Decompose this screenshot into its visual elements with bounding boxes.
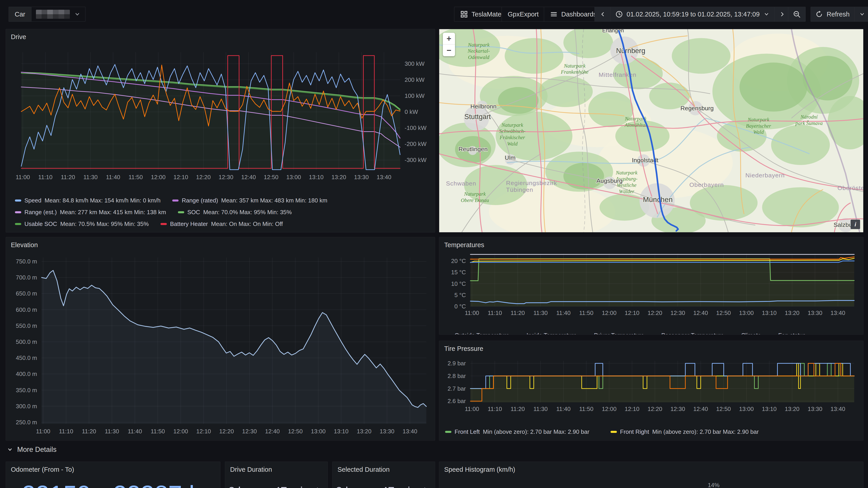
legend-item[interactable]: Range (est.)Mean: 277 km Max: 415 km Min… — [15, 207, 166, 217]
map-city-label: Erlangen — [602, 29, 624, 33]
svg-text:12:20: 12:20 — [648, 405, 662, 412]
map-region-label: Oberbayern — [689, 182, 724, 188]
svg-text:11:00: 11:00 — [36, 428, 50, 435]
legend-label: Front Right — [620, 428, 649, 435]
car-variable-value[interactable] — [31, 7, 86, 22]
legend-item[interactable]: Range (rated)Mean: 357 km Max: 483 km Mi… — [172, 196, 327, 205]
odometer-panel: Odometer (From - To) 22159 - 22387 km — [6, 462, 220, 488]
route-map[interactable]: NaturparkNeckartal-OdenwaldNaturparkFran… — [439, 29, 863, 232]
map-zoom-out-button[interactable]: − — [443, 44, 455, 56]
svg-text:300.0 m: 300.0 m — [16, 403, 37, 410]
map-attribution-info-button[interactable]: i — [850, 220, 860, 229]
time-range-picker[interactable]: 01.02.2025, 10:59:19 to 01.02.2025, 13:4… — [611, 7, 774, 22]
legend-item[interactable]: Rear LeftMin (above zero): 2.70 bar Max:… — [445, 439, 599, 441]
legend-label: SOC — [187, 209, 200, 216]
map-park-label: Bayerischer — [746, 123, 771, 129]
map-park-label: Národní — [800, 114, 818, 120]
svg-text:13:30: 13:30 — [380, 428, 395, 435]
elevation-chart[interactable]: 11:0011:1011:2011:3011:4011:5012:0012:10… — [10, 252, 430, 436]
legend-swatch — [15, 199, 21, 201]
refresh-button[interactable]: Refresh — [811, 7, 855, 22]
legend-item[interactable]: Usable SOCMean: 70.5% Max: 95% Min: 35% — [15, 219, 149, 229]
tire-pressure-chart[interactable]: 11:0011:1011:2011:3011:4011:5012:0012:10… — [444, 354, 859, 414]
svg-text:0 kW: 0 kW — [405, 108, 418, 115]
temperatures-chart[interactable]: 11:0011:1011:2011:3011:4011:5012:0012:10… — [444, 250, 859, 318]
legend-item[interactable]: SOCMean: 70.0% Max: 95% Min: 35% — [178, 207, 292, 217]
map-zoom-controls: + − — [443, 33, 455, 56]
drive-duration-title: Drive Duration — [225, 462, 328, 473]
selected-duration-value: 2 hours, 47 minutes — [336, 484, 435, 488]
map-park-label: Naturpark — [501, 122, 524, 128]
svg-text:12:20: 12:20 — [648, 310, 662, 316]
selected-duration-title: Selected Duration — [333, 462, 435, 473]
drive-chart[interactable]: 11:0011:1011:2011:3011:4011:5012:0012:10… — [10, 43, 430, 183]
drive-duration-value: 2 hours, 47 minutes — [228, 484, 328, 488]
legend-swatch — [178, 211, 184, 213]
map-park-label: Wald — [753, 129, 764, 135]
legend-item[interactable]: Climate — [732, 330, 761, 335]
tire-pressure-legend: Front LeftMin (above zero): 2.70 bar Max… — [439, 427, 863, 441]
svg-text:2.8 bar: 2.8 bar — [447, 372, 466, 379]
elevation-panel: Elevation 11:0011:1011:2011:3011:4011:50… — [6, 237, 435, 441]
selected-duration-panel: Selected Duration 2 hours, 47 minutes — [332, 462, 435, 488]
svg-text:5 °C: 5 °C — [454, 292, 466, 298]
svg-text:13:10: 13:10 — [762, 310, 777, 316]
time-shift-back-button[interactable] — [595, 7, 611, 22]
map-zoom-in-button[interactable]: + — [443, 33, 455, 44]
svg-text:13:40: 13:40 — [831, 310, 845, 316]
svg-text:550.0 m: 550.0 m — [16, 322, 37, 329]
teslamate-button[interactable]: TeslaMate — [454, 7, 507, 22]
svg-text:12:40: 12:40 — [265, 428, 280, 435]
gpxexport-button[interactable]: GpxExport — [502, 7, 545, 22]
map-region-label: Niederbayern — [745, 172, 785, 179]
legend-label: Climate — [741, 332, 761, 335]
svg-text:13:30: 13:30 — [808, 405, 822, 412]
legend-item[interactable]: Front LeftMin (above zero): 2.70 bar Max… — [445, 427, 599, 436]
chevron-down-icon — [859, 11, 865, 18]
map-park-label: Wälder — [619, 189, 634, 194]
svg-text:12:00: 12:00 — [602, 310, 616, 316]
car-variable-select[interactable]: Car — [8, 7, 86, 22]
legend-item[interactable]: Front RightMin (above zero): 2.70 bar Ma… — [611, 427, 764, 436]
svg-text:11:50: 11:50 — [129, 174, 143, 181]
legend-item[interactable]: Fan status — [769, 330, 806, 335]
legend-item[interactable]: Rear RightMin (above zero): 2.60 bar Max… — [611, 439, 764, 441]
map-park-label: Fränkischer — [500, 135, 525, 140]
map-city-label: Heilbronn — [470, 103, 496, 110]
map-region-label: Schwaben — [446, 180, 476, 187]
speed-histogram-panel: Speed Histogram (km/h) 14% — [439, 462, 864, 488]
svg-text:11:10: 11:10 — [59, 428, 73, 435]
legend-item[interactable]: Outside Temperature — [445, 330, 509, 335]
svg-text:11:20: 11:20 — [61, 174, 75, 181]
legend-item[interactable]: SpeedMean: 84.8 km/h Max: 154 km/h Min: … — [15, 196, 160, 205]
drive-panel-title: Drive — [6, 29, 435, 41]
svg-text:15 °C: 15 °C — [451, 269, 466, 275]
svg-text:2.9 bar: 2.9 bar — [447, 360, 466, 367]
legend-item[interactable]: Driver Temperature — [584, 330, 644, 335]
legend-item[interactable]: PowerMean: 15.0 kW Max: 292 kW Min: -88 … — [287, 232, 425, 232]
svg-text:12:50: 12:50 — [264, 174, 278, 181]
legend-swatch — [517, 334, 523, 335]
dashboards-button[interactable]: Dashboards — [544, 7, 602, 22]
speed-histogram-bar-label: 14% — [708, 482, 719, 488]
refresh-interval-dropdown[interactable] — [855, 7, 868, 22]
svg-text:300 kW: 300 kW — [405, 60, 425, 67]
svg-text:11:20: 11:20 — [82, 428, 96, 435]
svg-text:350.0 m: 350.0 m — [16, 387, 37, 394]
svg-text:13:10: 13:10 — [762, 405, 777, 412]
svg-text:11:10: 11:10 — [488, 405, 502, 412]
svg-text:12:00: 12:00 — [602, 405, 616, 412]
legend-stats: Min (above zero): 2.70 bar Max: 2.90 bar — [482, 440, 588, 441]
legend-item[interactable]: Passenger Temperature — [652, 330, 724, 335]
legend-item[interactable]: Battery HeaterMean: On Max: On Min: Off — [160, 219, 283, 229]
legend-swatch — [172, 199, 179, 201]
svg-text:13:30: 13:30 — [808, 310, 822, 316]
svg-text:12:50: 12:50 — [716, 405, 731, 412]
menu-icon — [550, 10, 558, 18]
legend-item[interactable]: Inside Temperature — [517, 330, 577, 335]
car-variable-label: Car — [8, 7, 31, 22]
svg-text:12:40: 12:40 — [693, 310, 708, 316]
more-details-row-toggle[interactable]: More Details — [7, 446, 57, 454]
legend-label: Battery Heater — [170, 221, 208, 228]
zoom-out-button[interactable] — [788, 7, 805, 22]
